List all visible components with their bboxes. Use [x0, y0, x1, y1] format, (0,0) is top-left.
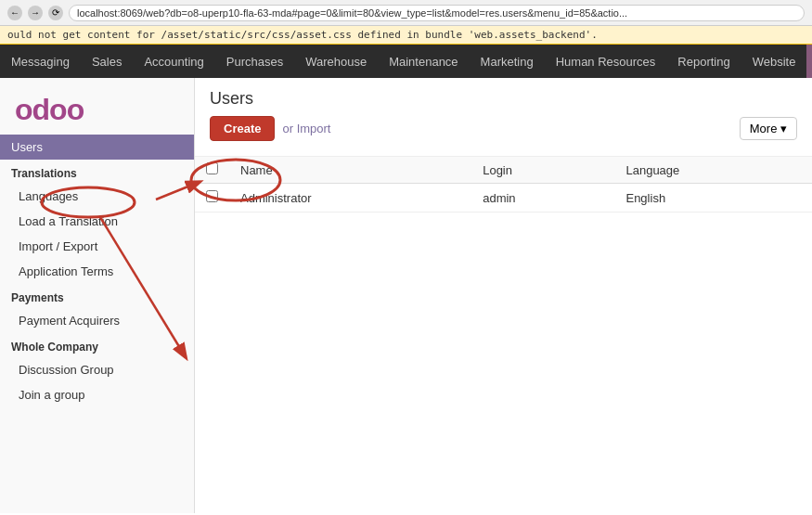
content-header: Users Create or Import More ▾	[195, 78, 812, 157]
browser-bar: ← → ⟳ localhost:8069/web?db=o8-uperp10-f…	[0, 0, 812, 26]
sidebar-item-application-terms[interactable]: Application Terms	[0, 259, 194, 284]
sidebar-item-users[interactable]: Users	[0, 135, 194, 160]
forward-button[interactable]: →	[28, 6, 43, 20]
nav-purchases[interactable]: Purchases	[215, 45, 294, 78]
nav-human-resources[interactable]: Human Resources	[545, 45, 667, 78]
sidebar-item-import-export[interactable]: Import / Export	[0, 234, 194, 259]
table-header-row: Name Login Language	[195, 157, 812, 184]
sidebar-section-payments: Payments	[0, 284, 194, 308]
select-all-checkbox[interactable]	[206, 162, 218, 174]
page-title: Users	[210, 89, 797, 109]
users-table: Name Login Language Administrator admin …	[195, 157, 812, 212]
sidebar-section-whole-company: Whole Company	[0, 333, 194, 357]
sidebar: odoo Users Translations Languages Load a…	[0, 78, 195, 513]
back-button[interactable]: ←	[7, 6, 22, 20]
table-header-language: Language	[614, 157, 812, 184]
table-row[interactable]: Administrator admin English	[195, 184, 812, 212]
create-button[interactable]: Create	[210, 116, 275, 141]
table-header-login: Login	[471, 157, 614, 184]
nav-maintenance[interactable]: Maintenance	[378, 45, 469, 78]
content-toolbar: Create or Import More ▾	[210, 116, 797, 141]
nav-sales[interactable]: Sales	[81, 45, 134, 78]
row-checkbox[interactable]	[206, 190, 218, 202]
table-header-checkbox	[195, 157, 229, 184]
nav-reporting[interactable]: Reporting	[666, 45, 741, 78]
nav-website[interactable]: Website	[741, 45, 807, 78]
nav-accounting[interactable]: Accounting	[133, 45, 214, 78]
nav-messaging[interactable]: Messaging	[0, 45, 81, 78]
row-language: English	[614, 184, 812, 212]
sidebar-section-translations: Translations	[0, 160, 194, 184]
row-login: admin	[471, 184, 614, 212]
row-name: Administrator	[229, 184, 471, 212]
content-area: Users Create or Import More ▾ Name Login…	[195, 78, 812, 513]
sidebar-item-languages[interactable]: Languages	[0, 184, 194, 209]
nav-settings[interactable]: Settings	[806, 45, 812, 78]
more-button[interactable]: More ▾	[740, 117, 797, 140]
table-header-name: Name	[229, 157, 471, 184]
import-link[interactable]: or Import	[282, 122, 330, 135]
main-layout: odoo Users Translations Languages Load a…	[0, 78, 812, 513]
sidebar-item-join-group[interactable]: Join a group	[0, 382, 194, 407]
top-nav: Messaging Sales Accounting Purchases War…	[0, 45, 812, 78]
odoo-logo: odoo	[0, 78, 194, 135]
row-checkbox-cell	[195, 184, 229, 212]
nav-warehouse[interactable]: Warehouse	[294, 45, 378, 78]
error-banner: ould not get content for /asset/static/s…	[0, 26, 812, 45]
refresh-button[interactable]: ⟳	[48, 6, 63, 20]
nav-marketing[interactable]: Marketing	[470, 45, 545, 78]
sidebar-item-load-translation[interactable]: Load a Translation	[0, 209, 194, 234]
url-bar[interactable]: localhost:8069/web?db=o8-uperp10-fla-63-…	[69, 5, 805, 21]
sidebar-item-discussion-group[interactable]: Discussion Group	[0, 357, 194, 382]
sidebar-item-payment-acquirers[interactable]: Payment Acquirers	[0, 308, 194, 333]
